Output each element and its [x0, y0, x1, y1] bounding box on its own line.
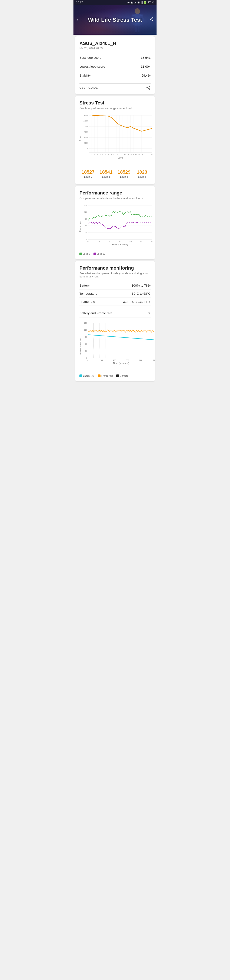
svg-text:15: 15: [129, 153, 132, 156]
svg-text:60: 60: [151, 240, 153, 243]
monitoring-title: Performance monitoring: [80, 265, 150, 271]
best-loop-label: Best loop score: [80, 56, 101, 59]
lowest-loop-value: 11 004: [141, 65, 150, 68]
loop-4-label: Loop 4: [134, 175, 150, 178]
location-icon: ◉: [131, 1, 133, 4]
temperature-value: 30°C to 58°C: [132, 292, 150, 295]
wifi-icon: ⊠: [137, 1, 140, 4]
svg-text:60: 60: [85, 343, 87, 345]
performance-range-subtitle: Compare frame rates from the best and wo…: [80, 197, 150, 200]
loop-1-value: 18527: [80, 169, 96, 175]
legend-loop20-color: [94, 253, 96, 255]
lowest-loop-row: Lowest loop score 11 004: [80, 62, 150, 71]
legend-loop20-label: Loop 20: [97, 253, 105, 255]
svg-text:0: 0: [87, 359, 88, 361]
svg-text:20: 20: [108, 240, 110, 243]
svg-text:18: 18: [138, 153, 140, 156]
performance-range-legend: Loop 2 Loop 20: [80, 253, 150, 255]
svg-text:30: 30: [85, 231, 87, 234]
svg-text:30: 30: [85, 350, 87, 352]
lowest-loop-label: Lowest loop score: [80, 65, 105, 68]
svg-text:11: 11: [118, 153, 121, 156]
svg-text:800: 800: [139, 359, 142, 361]
svg-text:17: 17: [135, 153, 137, 156]
svg-text:6: 6: [105, 153, 106, 156]
svg-line-101: [88, 335, 154, 340]
status-bar: 20:17 ✉ ◉ ☁ ⊠ ▐ 🔋 77 %: [73, 0, 157, 5]
svg-text:10: 10: [97, 240, 100, 243]
svg-text:Loop: Loop: [118, 156, 123, 159]
loop-4-value: 1823: [134, 169, 150, 175]
svg-text:9: 9: [113, 153, 114, 156]
loop-3-value: 18529: [116, 169, 132, 175]
svg-text:0: 0: [87, 147, 88, 150]
battery-icon: 🔋: [143, 1, 147, 4]
svg-text:0: 0: [86, 357, 87, 359]
hero-title: Wild Life Stress Test: [88, 17, 142, 23]
legend-loop2: Loop 2: [80, 253, 90, 255]
svg-text:Time (seconds): Time (seconds): [113, 362, 129, 364]
loop-score-2: 18541 Loop 2: [97, 168, 115, 180]
loop-2-value: 18541: [98, 169, 114, 175]
svg-text:150: 150: [84, 204, 87, 206]
best-loop-value: 18 541: [141, 56, 150, 59]
battery-framerate-chart: Wild Life Stress Test 150 120 90 60 30 0: [80, 321, 150, 373]
svg-text:60: 60: [85, 225, 87, 227]
share-button[interactable]: [149, 17, 154, 23]
svg-text:40: 40: [129, 240, 132, 243]
legend-markers-label: Markers: [120, 374, 128, 377]
svg-text:15 000: 15 000: [82, 120, 88, 122]
email-icon: ✉: [127, 1, 130, 4]
svg-text:18 000: 18 000: [82, 114, 88, 116]
svg-text:3 000: 3 000: [83, 142, 88, 144]
framerate-label: Frame rate: [80, 300, 95, 304]
svg-text:16: 16: [132, 153, 134, 156]
legend-battery-color: [80, 374, 82, 377]
svg-text:Frame rate: Frame rate: [80, 221, 81, 232]
signal-icon: ▐: [141, 1, 142, 4]
back-button[interactable]: ←: [76, 17, 81, 22]
svg-text:120: 120: [84, 329, 87, 331]
device-date: bře 23, 2024 20:09: [80, 46, 150, 50]
stability-value: 59.4%: [141, 74, 150, 77]
svg-text:Wild Life Stress Test: Wild Life Stress Test: [80, 338, 81, 355]
stress-test-chart: Score 18 000 15 000 12 000 9 000 6 000 3…: [80, 113, 150, 165]
svg-text:19: 19: [141, 153, 143, 156]
performance-range-card: Performance range Compare frame rates fr…: [75, 186, 155, 259]
svg-text:3: 3: [97, 153, 98, 156]
svg-text:120: 120: [84, 211, 87, 213]
svg-text:0: 0: [86, 238, 87, 240]
loop-score-3: 18529 Loop 3: [115, 168, 133, 180]
loop-1-label: Loop 1: [80, 175, 96, 178]
battery-row: Battery 100% to 78%: [80, 282, 150, 290]
svg-text:150: 150: [84, 322, 87, 324]
stress-test-subtitle: See how performance changes under load: [80, 107, 150, 110]
legend-battery-label: Battery (%): [83, 374, 94, 377]
legend-battery: Battery (%): [80, 374, 94, 377]
svg-text:13: 13: [124, 153, 126, 156]
svg-text:200: 200: [99, 359, 103, 361]
cloud-icon: ☁: [134, 1, 136, 4]
svg-text:30: 30: [119, 240, 121, 243]
loop-3-label: Loop 3: [116, 175, 132, 178]
loop-score-1: 18527 Loop 1: [80, 168, 97, 180]
legend-markers: Markers: [116, 374, 128, 377]
monitoring-subtitle: See what was happening inside your devic…: [80, 272, 150, 278]
svg-text:7: 7: [108, 153, 109, 156]
performance-monitoring-card: Performance monitoring See what was happ…: [75, 261, 155, 381]
svg-text:90: 90: [85, 336, 87, 338]
svg-text:4: 4: [99, 153, 101, 156]
share-icon: [146, 85, 150, 90]
svg-text:10: 10: [116, 153, 118, 156]
legend-markers-color: [116, 374, 119, 377]
user-guide-label: USER GUIDE: [80, 86, 98, 89]
chart-type-dropdown[interactable]: Battery and Frame rate ▼: [80, 309, 150, 317]
svg-text:90: 90: [85, 218, 87, 220]
dropdown-label: Battery and Frame rate: [80, 311, 112, 315]
battery-label: Battery: [80, 284, 89, 287]
status-icons: ✉ ◉ ☁ ⊠ ▐ 🔋 77 %: [127, 1, 154, 4]
loop-scores-row: 18527 Loop 1 18541 Loop 2 18529 Loop 3 1…: [80, 168, 150, 180]
user-guide-row[interactable]: USER GUIDE: [80, 83, 150, 90]
legend-loop2-color: [80, 253, 82, 255]
battery-framerate-legend: Battery (%) Frame rate Markers: [80, 374, 150, 377]
